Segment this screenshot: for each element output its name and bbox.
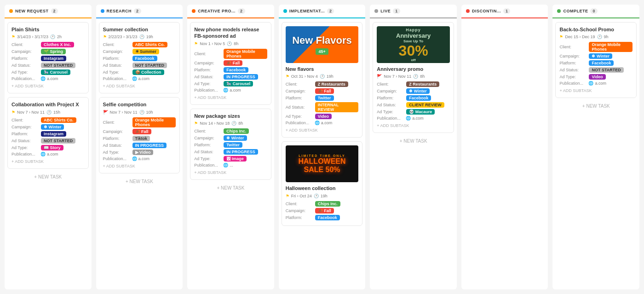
field-badge[interactable]: INTERNAL REVIEW	[315, 102, 359, 112]
field-badge[interactable]: Chips Inc.	[315, 201, 340, 207]
field-badge[interactable]: Facebook	[406, 95, 431, 101]
field-badge[interactable]: Z Restaurants	[406, 81, 439, 87]
add-subtask-button[interactable]: + ADD SUBTASK	[12, 158, 85, 165]
field-badge[interactable]: 🍂 Fall	[315, 208, 334, 213]
field-badge[interactable]: NOT STARTED	[589, 67, 623, 73]
add-subtask-button[interactable]: + ADD SUBTASK	[377, 122, 450, 129]
card-new-flavors: New Flavors 45+ New flavors ⚑ Oct 31 › N…	[282, 22, 363, 138]
field-badge[interactable]: Facebook	[224, 67, 248, 73]
pub-label: Publication...	[286, 121, 313, 125]
card-halloween-collection: LIMITED TIME ONLY HALLOWEENSALE 50% Hall…	[282, 141, 363, 225]
field-badge[interactable]: Twitter	[224, 142, 242, 148]
field-badge[interactable]: ABC Shirts Co.	[41, 117, 76, 123]
field-badge[interactable]: Orange Mobile Phones	[132, 117, 176, 127]
card-field-row: Ad Type: 📖 Story	[12, 145, 85, 150]
card-field-row: Platform: Facebook	[559, 60, 632, 66]
new-task-button[interactable]: + NEW TASK	[99, 177, 180, 186]
new-task-button[interactable]: + NEW TASK	[7, 173, 89, 181]
field-badge[interactable]: 📖 Story	[41, 145, 63, 150]
pub-value: ...	[230, 163, 233, 167]
card-title: Anniversary promo	[377, 66, 450, 72]
column-header-new-request: NEW REQUEST 2	[5, 5, 92, 18]
column-label: CREATIVE PRO...	[198, 9, 236, 13]
field-badge[interactable]: Facebook	[589, 60, 614, 66]
field-badge[interactable]: ❄ Winter	[224, 135, 247, 141]
field-badge[interactable]: Z Restaurants	[315, 81, 348, 87]
card-field-row: Platform: Facebook	[286, 215, 359, 220]
column-label: RESEARCH	[107, 9, 132, 13]
new-task-button[interactable]: + NEW TASK	[373, 137, 454, 145]
field-badge[interactable]: ❄ Winter	[406, 88, 429, 94]
field-badge[interactable]: ☀ Summer	[132, 49, 160, 54]
card-field-row: Client: Chips Inc.	[286, 201, 359, 207]
field-badge[interactable]: Instagram	[41, 131, 66, 137]
add-subtask-button[interactable]: + ADD SUBTASK	[286, 127, 359, 133]
field-badge[interactable]: NOT STARTED	[41, 63, 75, 68]
pub-label: Publication...	[103, 76, 131, 81]
field-label: Platform:	[559, 61, 587, 65]
card-field-row: Ad Type: 🎠 Carousel	[12, 69, 85, 75]
field-badge[interactable]: 🍂 Fall	[224, 60, 242, 66]
clock-icon: 🕐	[50, 35, 55, 39]
field-badge[interactable]: Video	[315, 114, 332, 119]
card-dates: ⚑ Dec 15 › Dec 19 🕐 9h	[559, 35, 632, 39]
field-badge[interactable]: CLIENT REVIEW	[406, 102, 444, 108]
field-badge[interactable]: Facebook	[315, 215, 340, 220]
field-badge[interactable]: 🍂 Fall	[315, 88, 334, 94]
pub-value: a.com	[595, 81, 606, 86]
card-field-row: Campaign: ❄ Winter	[377, 88, 450, 94]
column-label: NEW REQUEST	[15, 9, 49, 13]
field-badge[interactable]: IN PROGRESS	[224, 74, 258, 80]
field-badge[interactable]: Tiktok	[132, 136, 150, 141]
column-header-live: LIVE 1	[370, 5, 457, 18]
field-badge[interactable]: IN PROGRESS	[224, 149, 258, 155]
field-badge[interactable]: ❄ Winter	[41, 124, 64, 130]
field-badge[interactable]: ❄ Winter	[589, 53, 612, 59]
field-label: Client:	[103, 42, 131, 47]
column-body-implementation: New Flavors 45+ New flavors ⚑ Oct 31 › N…	[279, 18, 366, 289]
publication-row: Publication... 🌐 a.com	[12, 76, 85, 81]
add-subtask-button[interactable]: + ADD SUBTASK	[194, 169, 267, 176]
field-badge[interactable]: Orange Mobile Phones	[589, 42, 632, 52]
field-badge[interactable]: Facebook	[132, 56, 157, 61]
new-task-button[interactable]: + NEW TASK	[190, 184, 271, 192]
field-badge[interactable]: IN PROGRESS	[132, 143, 167, 148]
card-title: Halloween collection	[286, 185, 359, 191]
publication-row: Publication... 🌐 a.com	[12, 152, 85, 156]
field-badge[interactable]: Instagram	[41, 56, 66, 61]
field-badge[interactable]: Chips Inc.	[224, 128, 249, 134]
column-body-complete: Back-to-School Promo ⚑ Dec 15 › Dec 19 🕐…	[552, 18, 639, 289]
add-subtask-button[interactable]: + ADD SUBTASK	[559, 87, 632, 94]
add-subtask-button[interactable]: + ADD SUBTASK	[103, 83, 176, 89]
card-anniversary-promo: Happy Anniversary Save Up To 30% off Ann…	[373, 22, 454, 133]
card-field-row: Ad Type: Video	[559, 74, 632, 80]
field-badge[interactable]: 🌱 Spring	[41, 49, 66, 54]
field-badge[interactable]: 📦 Collection	[132, 69, 164, 75]
card-date-range: Fri › Oct 24	[291, 194, 312, 198]
field-badge[interactable]: Twitter	[315, 95, 334, 101]
card-field-row: Campaign: 🍂 Fall	[286, 208, 359, 213]
field-badge[interactable]: Clothes X Inc.	[41, 42, 74, 47]
field-badge[interactable]: ▶ Video	[132, 150, 154, 155]
field-badge[interactable]: 🎠 Carousel	[41, 69, 70, 75]
field-badge[interactable]: 💀 Macaure	[406, 109, 435, 115]
field-badge[interactable]: Video	[589, 74, 605, 80]
field-badge[interactable]: 🍂 Fall	[132, 129, 151, 134]
field-label: Ad Status:	[286, 105, 313, 110]
field-badge[interactable]: NOT STARTED	[132, 63, 167, 68]
add-subtask-button[interactable]: + ADD SUBTASK	[12, 83, 85, 89]
add-subtask-button[interactable]: + ADD SUBTASK	[103, 163, 176, 169]
field-label: Ad Type:	[286, 114, 313, 119]
field-badge[interactable]: ABC Shirts Co.	[132, 42, 168, 47]
field-label: Platform:	[103, 56, 131, 61]
add-subtask-button[interactable]: + ADD SUBTASK	[194, 94, 267, 101]
field-label: Ad Type:	[194, 81, 222, 86]
column-new-request: NEW REQUEST 2 Plain Shirts ⚑ 3/14/23 › 3…	[5, 5, 92, 289]
clock-icon: 🕐	[597, 35, 602, 39]
field-badge[interactable]: NOT STARTED	[41, 138, 75, 144]
field-badge[interactable]: 🖼 Image	[224, 156, 247, 161]
globe-icon: 🌐	[406, 116, 411, 121]
new-task-button[interactable]: + NEW TASK	[555, 102, 637, 110]
field-badge[interactable]: Orange Mobile Phones	[224, 49, 267, 59]
field-badge[interactable]: 🎠 Carousel	[224, 81, 253, 86]
